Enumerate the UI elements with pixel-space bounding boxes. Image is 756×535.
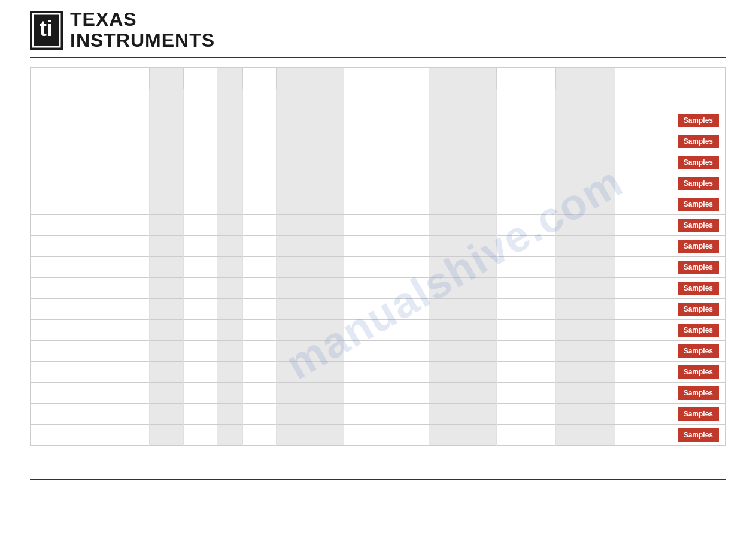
cell-col8 xyxy=(429,257,496,278)
cell-col6 xyxy=(277,404,344,425)
cell-col6 xyxy=(277,131,344,152)
cell-col2 xyxy=(150,383,184,404)
th-col11 xyxy=(615,68,666,89)
table-row: Samples xyxy=(31,110,725,131)
cell-samples: Samples xyxy=(666,383,725,404)
logo-container: ti Texas Instruments xyxy=(30,9,215,51)
samples-button[interactable]: Samples xyxy=(678,303,719,316)
table-row: Samples xyxy=(31,299,725,320)
cell-col11 xyxy=(615,215,666,236)
cell-col3 xyxy=(183,152,217,173)
samples-button[interactable]: Samples xyxy=(678,198,719,211)
cell-col5 xyxy=(242,194,277,215)
cell-col3 xyxy=(183,362,217,383)
cell-col3 xyxy=(183,131,217,152)
samples-button[interactable]: Samples xyxy=(678,324,719,337)
main-content: SamplesSamplesSamplesSamplesSamplesSampl… xyxy=(0,58,756,455)
cell-col3 xyxy=(183,320,217,341)
cell-col5 xyxy=(242,278,277,299)
cell-col8 xyxy=(429,320,496,341)
samples-button[interactable]: Samples xyxy=(678,407,719,421)
cell-col5 xyxy=(242,383,277,404)
samples-button[interactable]: Samples xyxy=(678,219,719,232)
cell-col5 xyxy=(242,362,277,383)
cell-samples xyxy=(666,89,725,110)
cell-col10 xyxy=(556,383,615,404)
cell-col6 xyxy=(277,89,344,110)
samples-button[interactable]: Samples xyxy=(678,428,719,442)
cell-col6 xyxy=(277,341,344,362)
table-header-row xyxy=(31,68,725,89)
cell-col4 xyxy=(217,425,242,446)
cell-col8 xyxy=(429,89,496,110)
samples-button[interactable]: Samples xyxy=(678,261,719,274)
cell-samples: Samples xyxy=(666,425,725,446)
cell-samples: Samples xyxy=(666,110,725,131)
cell-col8 xyxy=(429,131,496,152)
cell-col5 xyxy=(242,110,277,131)
cell-samples: Samples xyxy=(666,257,725,278)
cell-col11 xyxy=(615,194,666,215)
cell-col8 xyxy=(429,194,496,215)
cell-col3 xyxy=(183,110,217,131)
cell-col4 xyxy=(217,236,242,257)
cell-name xyxy=(31,257,150,278)
cell-col2 xyxy=(150,341,184,362)
cell-col4 xyxy=(217,320,242,341)
cell-col9 xyxy=(497,278,556,299)
cell-col5 xyxy=(242,425,277,446)
th-col9 xyxy=(497,68,556,89)
cell-name xyxy=(31,131,150,152)
samples-button[interactable]: Samples xyxy=(678,114,719,127)
products-table-container: SamplesSamplesSamplesSamplesSamplesSampl… xyxy=(30,67,726,446)
cell-col3 xyxy=(183,194,217,215)
cell-col6 xyxy=(277,362,344,383)
cell-col8 xyxy=(429,425,496,446)
cell-col7 xyxy=(344,152,429,173)
samples-button[interactable]: Samples xyxy=(678,282,719,295)
table-row: Samples xyxy=(31,152,725,173)
cell-col7 xyxy=(344,320,429,341)
cell-col5 xyxy=(242,152,277,173)
cell-col4 xyxy=(217,404,242,425)
cell-col11 xyxy=(615,131,666,152)
cell-col5 xyxy=(242,341,277,362)
cell-col9 xyxy=(497,341,556,362)
cell-samples: Samples xyxy=(666,341,725,362)
cell-col9 xyxy=(497,299,556,320)
cell-name xyxy=(31,341,150,362)
samples-button[interactable]: Samples xyxy=(678,344,719,358)
cell-col11 xyxy=(615,383,666,404)
page-header: ti Texas Instruments xyxy=(0,0,756,57)
samples-button[interactable]: Samples xyxy=(678,156,719,169)
cell-col7 xyxy=(344,425,429,446)
samples-button[interactable]: Samples xyxy=(678,240,719,253)
table-row: Samples xyxy=(31,257,725,278)
cell-col7 xyxy=(344,299,429,320)
table-row: Samples xyxy=(31,194,725,215)
samples-button[interactable]: Samples xyxy=(678,177,719,190)
cell-samples: Samples xyxy=(666,362,725,383)
cell-col2 xyxy=(150,131,184,152)
th-col2 xyxy=(150,68,184,89)
cell-col2 xyxy=(150,425,184,446)
cell-col9 xyxy=(497,236,556,257)
samples-button[interactable]: Samples xyxy=(678,135,719,148)
bottom-divider xyxy=(30,479,726,480)
cell-col11 xyxy=(615,425,666,446)
cell-samples: Samples xyxy=(666,299,725,320)
samples-button[interactable]: Samples xyxy=(678,386,719,400)
cell-col2 xyxy=(150,110,184,131)
cell-col6 xyxy=(277,236,344,257)
cell-col9 xyxy=(497,152,556,173)
samples-button[interactable]: Samples xyxy=(678,365,719,379)
cell-col10 xyxy=(556,299,615,320)
cell-col10 xyxy=(556,236,615,257)
table-row: Samples xyxy=(31,341,725,362)
cell-col5 xyxy=(242,89,277,110)
cell-col7 xyxy=(344,173,429,194)
cell-col8 xyxy=(429,341,496,362)
cell-col7 xyxy=(344,362,429,383)
cell-col4 xyxy=(217,131,242,152)
cell-col9 xyxy=(497,425,556,446)
